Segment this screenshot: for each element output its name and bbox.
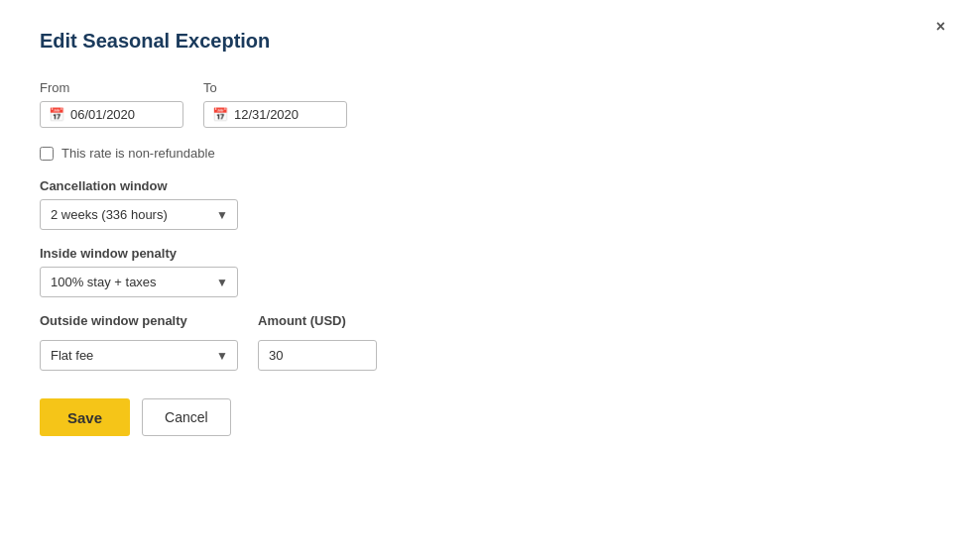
from-label: From	[40, 80, 183, 95]
amount-label: Amount (USD)	[258, 313, 377, 328]
to-group: To 📅 12/31/2020	[203, 80, 347, 128]
cancellation-window-select-wrapper: 2 weeks (336 hours) 1 week (168 hours) 3…	[40, 199, 238, 230]
non-refundable-checkbox[interactable]	[40, 147, 54, 161]
cancellation-window-select[interactable]: 2 weeks (336 hours) 1 week (168 hours) 3…	[40, 199, 238, 230]
to-date-input[interactable]: 📅 12/31/2020	[203, 101, 347, 128]
penalty-amount-row: Outside window penalty Flat fee No penal…	[40, 313, 927, 371]
amount-group: Amount (USD)	[258, 313, 377, 371]
from-group: From 📅 06/01/2020	[40, 80, 183, 128]
calendar-icon-from: 📅	[49, 107, 64, 122]
outside-penalty-label: Outside window penalty	[40, 313, 238, 328]
from-date-input[interactable]: 📅 06/01/2020	[40, 101, 183, 128]
amount-input[interactable]	[258, 340, 377, 371]
outside-penalty-select-wrapper: Flat fee No penalty 1 night + taxes 50% …	[40, 340, 238, 371]
close-button[interactable]: ×	[936, 18, 945, 36]
to-label: To	[203, 80, 347, 95]
cancellation-window-section: Cancellation window 2 weeks (336 hours) …	[40, 178, 927, 230]
to-date-value: 12/31/2020	[234, 107, 299, 122]
cancel-button[interactable]: Cancel	[142, 398, 231, 436]
outside-penalty-section: Outside window penalty Flat fee No penal…	[40, 313, 927, 371]
calendar-icon-to: 📅	[212, 107, 228, 122]
modal-container: × Edit Seasonal Exception From 📅 06/01/2…	[0, 0, 967, 560]
inside-penalty-select-wrapper: 100% stay + taxes 50% stay + taxes 1 nig…	[40, 267, 238, 297]
date-row: From 📅 06/01/2020 To 📅 12/31/2020	[40, 80, 927, 128]
from-date-value: 06/01/2020	[70, 107, 135, 122]
save-button[interactable]: Save	[40, 398, 130, 436]
cancellation-window-label: Cancellation window	[40, 178, 927, 193]
non-refundable-row: This rate is non-refundable	[40, 146, 927, 161]
outside-penalty-select[interactable]: Flat fee No penalty 1 night + taxes 50% …	[40, 340, 238, 371]
inside-penalty-select[interactable]: 100% stay + taxes 50% stay + taxes 1 nig…	[40, 267, 238, 297]
inside-penalty-label: Inside window penalty	[40, 246, 927, 261]
modal-title: Edit Seasonal Exception	[40, 30, 927, 53]
outside-penalty-group: Outside window penalty Flat fee No penal…	[40, 313, 238, 371]
inside-penalty-section: Inside window penalty 100% stay + taxes …	[40, 246, 927, 297]
non-refundable-label: This rate is non-refundable	[61, 146, 215, 161]
button-row: Save Cancel	[40, 398, 927, 436]
